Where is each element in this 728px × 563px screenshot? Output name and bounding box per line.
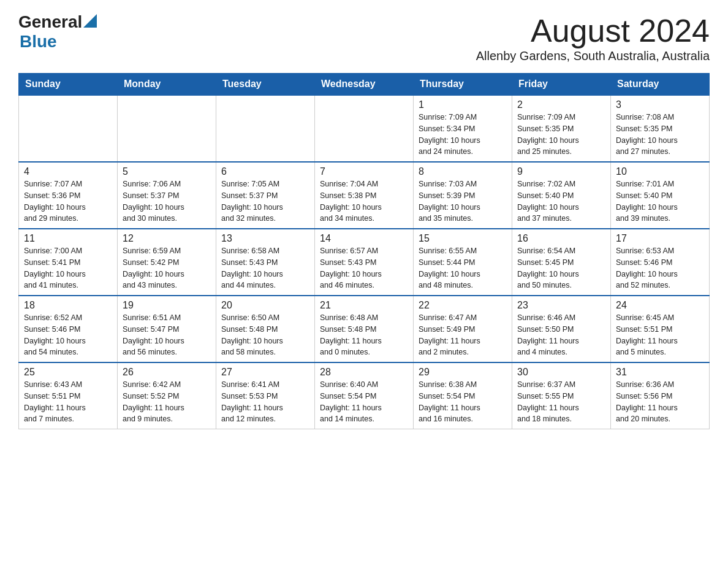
table-row: 9Sunrise: 7:02 AMSunset: 5:40 PMDaylight… (512, 162, 611, 229)
day-info: Sunrise: 7:04 AMSunset: 5:38 PMDaylight:… (320, 178, 408, 224)
day-number: 6 (221, 166, 309, 177)
day-number: 7 (320, 166, 408, 177)
day-info: Sunrise: 6:37 AMSunset: 5:55 PMDaylight:… (517, 379, 605, 425)
day-info: Sunrise: 7:07 AMSunset: 5:36 PMDaylight:… (24, 178, 112, 224)
day-info: Sunrise: 6:46 AMSunset: 5:50 PMDaylight:… (517, 312, 605, 358)
table-row: 28Sunrise: 6:40 AMSunset: 5:54 PMDayligh… (315, 362, 414, 429)
table-row: 11Sunrise: 7:00 AMSunset: 5:41 PMDayligh… (19, 229, 118, 296)
day-info: Sunrise: 6:38 AMSunset: 5:54 PMDaylight:… (419, 379, 507, 425)
table-row: 31Sunrise: 6:36 AMSunset: 5:56 PMDayligh… (611, 362, 710, 429)
day-info: Sunrise: 6:58 AMSunset: 5:43 PMDaylight:… (221, 245, 309, 291)
logo-blue-text: Blue (20, 32, 57, 51)
day-number: 2 (517, 99, 605, 110)
day-info: Sunrise: 6:45 AMSunset: 5:51 PMDaylight:… (616, 312, 704, 358)
table-row: 23Sunrise: 6:46 AMSunset: 5:50 PMDayligh… (512, 296, 611, 362)
day-number: 9 (517, 166, 605, 177)
calendar-week-row: 1Sunrise: 7:09 AMSunset: 5:34 PMDaylight… (19, 95, 710, 162)
day-number: 25 (24, 367, 112, 378)
table-row: 10Sunrise: 7:01 AMSunset: 5:40 PMDayligh… (611, 162, 710, 229)
day-info: Sunrise: 6:54 AMSunset: 5:45 PMDaylight:… (517, 245, 605, 291)
day-number: 26 (123, 367, 211, 378)
day-number: 22 (419, 300, 507, 311)
day-info: Sunrise: 6:42 AMSunset: 5:52 PMDaylight:… (123, 379, 211, 425)
day-info: Sunrise: 7:00 AMSunset: 5:41 PMDaylight:… (24, 245, 112, 291)
table-row: 12Sunrise: 6:59 AMSunset: 5:42 PMDayligh… (118, 229, 216, 296)
calendar-table: Sunday Monday Tuesday Wednesday Thursday… (18, 73, 710, 429)
day-number: 8 (419, 166, 507, 177)
table-row: 2Sunrise: 7:09 AMSunset: 5:35 PMDaylight… (512, 95, 611, 162)
day-info: Sunrise: 6:40 AMSunset: 5:54 PMDaylight:… (320, 379, 408, 425)
header-sunday: Sunday (19, 74, 118, 96)
table-row: 22Sunrise: 6:47 AMSunset: 5:49 PMDayligh… (414, 296, 512, 362)
day-info: Sunrise: 6:43 AMSunset: 5:51 PMDaylight:… (24, 379, 112, 425)
day-info: Sunrise: 6:47 AMSunset: 5:49 PMDaylight:… (419, 312, 507, 358)
table-row: 8Sunrise: 7:03 AMSunset: 5:39 PMDaylight… (414, 162, 512, 229)
table-row: 6Sunrise: 7:05 AMSunset: 5:37 PMDaylight… (216, 162, 315, 229)
day-info: Sunrise: 6:36 AMSunset: 5:56 PMDaylight:… (616, 379, 704, 425)
table-row: 7Sunrise: 7:04 AMSunset: 5:38 PMDaylight… (315, 162, 414, 229)
day-info: Sunrise: 6:55 AMSunset: 5:44 PMDaylight:… (419, 245, 507, 291)
day-number: 16 (517, 233, 605, 244)
table-row: 14Sunrise: 6:57 AMSunset: 5:43 PMDayligh… (315, 229, 414, 296)
day-info: Sunrise: 6:59 AMSunset: 5:42 PMDaylight:… (123, 245, 211, 291)
calendar-subtitle: Allenby Gardens, South Australia, Austra… (476, 49, 710, 63)
day-info: Sunrise: 7:09 AMSunset: 5:34 PMDaylight:… (419, 112, 507, 158)
calendar-header-row: Sunday Monday Tuesday Wednesday Thursday… (19, 74, 710, 96)
day-info: Sunrise: 7:05 AMSunset: 5:37 PMDaylight:… (221, 178, 309, 224)
table-row: 4Sunrise: 7:07 AMSunset: 5:36 PMDaylight… (19, 162, 118, 229)
day-info: Sunrise: 6:51 AMSunset: 5:47 PMDaylight:… (123, 312, 211, 358)
day-number: 13 (221, 233, 309, 244)
table-row: 19Sunrise: 6:51 AMSunset: 5:47 PMDayligh… (118, 296, 216, 362)
day-number: 3 (616, 99, 704, 110)
calendar-week-row: 18Sunrise: 6:52 AMSunset: 5:46 PMDayligh… (19, 296, 710, 362)
table-row: 26Sunrise: 6:42 AMSunset: 5:52 PMDayligh… (118, 362, 216, 429)
table-row: 27Sunrise: 6:41 AMSunset: 5:53 PMDayligh… (216, 362, 315, 429)
day-number: 5 (123, 166, 211, 177)
table-row: 17Sunrise: 6:53 AMSunset: 5:46 PMDayligh… (611, 229, 710, 296)
logo: General Blue (18, 12, 97, 52)
day-number: 27 (221, 367, 309, 378)
table-row: 5Sunrise: 7:06 AMSunset: 5:37 PMDaylight… (118, 162, 216, 229)
calendar-week-row: 4Sunrise: 7:07 AMSunset: 5:36 PMDaylight… (19, 162, 710, 229)
day-number: 30 (517, 367, 605, 378)
day-info: Sunrise: 6:57 AMSunset: 5:43 PMDaylight:… (320, 245, 408, 291)
table-row: 30Sunrise: 6:37 AMSunset: 5:55 PMDayligh… (512, 362, 611, 429)
day-number: 28 (320, 367, 408, 378)
logo-general-text: General (18, 12, 82, 32)
day-info: Sunrise: 6:50 AMSunset: 5:48 PMDaylight:… (221, 312, 309, 358)
header-wednesday: Wednesday (315, 74, 414, 96)
svg-marker-0 (83, 14, 97, 28)
day-info: Sunrise: 7:08 AMSunset: 5:35 PMDaylight:… (616, 112, 704, 158)
day-number: 20 (221, 300, 309, 311)
day-number: 11 (24, 233, 112, 244)
table-row (19, 95, 118, 162)
day-info: Sunrise: 7:03 AMSunset: 5:39 PMDaylight:… (419, 178, 507, 224)
day-info: Sunrise: 6:53 AMSunset: 5:46 PMDaylight:… (616, 245, 704, 291)
day-number: 24 (616, 300, 704, 311)
table-row (118, 95, 216, 162)
day-number: 12 (123, 233, 211, 244)
day-info: Sunrise: 7:06 AMSunset: 5:37 PMDaylight:… (123, 178, 211, 224)
header-thursday: Thursday (414, 74, 512, 96)
table-row: 24Sunrise: 6:45 AMSunset: 5:51 PMDayligh… (611, 296, 710, 362)
day-number: 14 (320, 233, 408, 244)
table-row: 21Sunrise: 6:48 AMSunset: 5:48 PMDayligh… (315, 296, 414, 362)
day-number: 19 (123, 300, 211, 311)
day-number: 1 (419, 99, 507, 110)
logo-triangle-icon (83, 14, 97, 28)
table-row: 18Sunrise: 6:52 AMSunset: 5:46 PMDayligh… (19, 296, 118, 362)
table-row: 1Sunrise: 7:09 AMSunset: 5:34 PMDaylight… (414, 95, 512, 162)
table-row (315, 95, 414, 162)
day-number: 23 (517, 300, 605, 311)
header-friday: Friday (512, 74, 611, 96)
day-number: 15 (419, 233, 507, 244)
day-number: 17 (616, 233, 704, 244)
table-row: 20Sunrise: 6:50 AMSunset: 5:48 PMDayligh… (216, 296, 315, 362)
day-info: Sunrise: 7:09 AMSunset: 5:35 PMDaylight:… (517, 112, 605, 158)
month-title: August 2024 (476, 12, 710, 49)
day-info: Sunrise: 7:02 AMSunset: 5:40 PMDaylight:… (517, 178, 605, 224)
table-row: 16Sunrise: 6:54 AMSunset: 5:45 PMDayligh… (512, 229, 611, 296)
table-row: 3Sunrise: 7:08 AMSunset: 5:35 PMDaylight… (611, 95, 710, 162)
day-number: 29 (419, 367, 507, 378)
table-row: 29Sunrise: 6:38 AMSunset: 5:54 PMDayligh… (414, 362, 512, 429)
